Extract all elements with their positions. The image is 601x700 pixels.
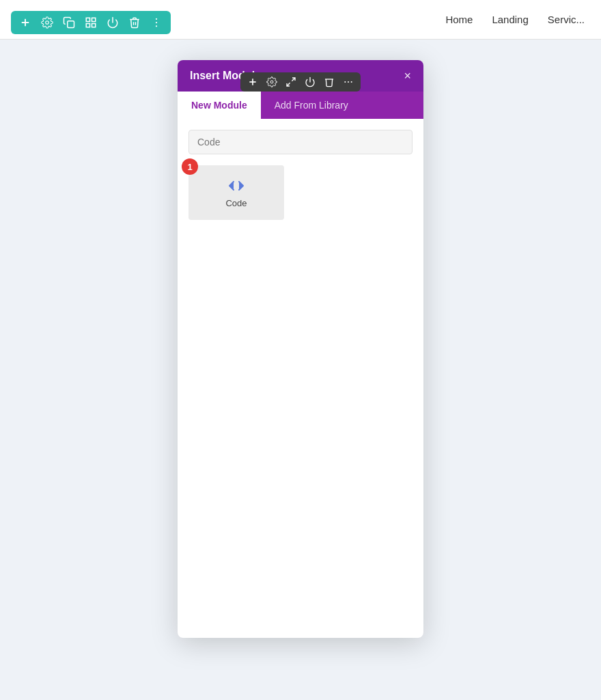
svg-point-9 [156,22,157,23]
dark-plus-icon[interactable] [247,76,258,87]
teal-toolbar[interactable] [11,11,171,34]
module-code-label: Code [225,198,247,208]
insert-module-dialog: Insert Module × New Module Add From Libr… [178,60,423,638]
main-content: Insert Module × New Module Add From Libr… [0,40,601,700]
grid-icon[interactable] [85,16,97,29]
svg-point-17 [351,81,352,83]
svg-line-14 [287,83,290,86]
search-wrap [188,130,413,154]
svg-point-10 [156,25,157,27]
code-icon [228,178,244,194]
svg-rect-5 [92,18,96,21]
svg-rect-6 [86,24,89,27]
svg-point-16 [348,81,349,83]
tab-add-from-library[interactable]: Add From Library [261,92,362,119]
tab-new-module[interactable]: New Module [178,92,261,119]
dialog-tabs: New Module Add From Library [178,92,423,119]
more-icon[interactable] [150,16,163,29]
trash-icon[interactable] [128,16,141,29]
dialog-body: 1 Code [178,119,423,638]
svg-point-15 [344,81,346,83]
top-nav: Home Landing Servic... [0,0,601,40]
svg-rect-3 [68,21,74,28]
duplicate-icon[interactable] [63,16,75,29]
dark-power-icon[interactable] [305,76,316,87]
svg-rect-4 [86,18,89,21]
result-count-badge: 1 [182,158,198,175]
dark-gear-icon[interactable] [266,76,277,87]
dark-resize-icon[interactable] [285,76,296,87]
svg-line-13 [292,78,295,81]
nav-home[interactable]: Home [445,14,473,25]
plus-icon[interactable] [19,16,31,29]
search-input[interactable] [188,130,413,154]
dark-trash-icon[interactable] [324,76,335,87]
modal-overlay: Insert Module × New Module Add From Libr… [0,40,601,700]
nav-landing[interactable]: Landing [492,14,528,25]
dark-more-icon[interactable] [343,76,354,87]
module-item-code[interactable]: Code [188,165,284,220]
nav-links: Home Landing Servic... [445,14,585,25]
nav-services[interactable]: Servic... [548,14,585,25]
close-button[interactable]: × [404,70,411,82]
power-icon[interactable] [107,16,119,29]
dark-toolbar[interactable] [240,72,361,92]
gear-icon[interactable] [41,16,53,29]
svg-rect-7 [92,24,96,27]
module-grid: 1 Code [188,165,413,220]
svg-point-8 [156,18,157,20]
